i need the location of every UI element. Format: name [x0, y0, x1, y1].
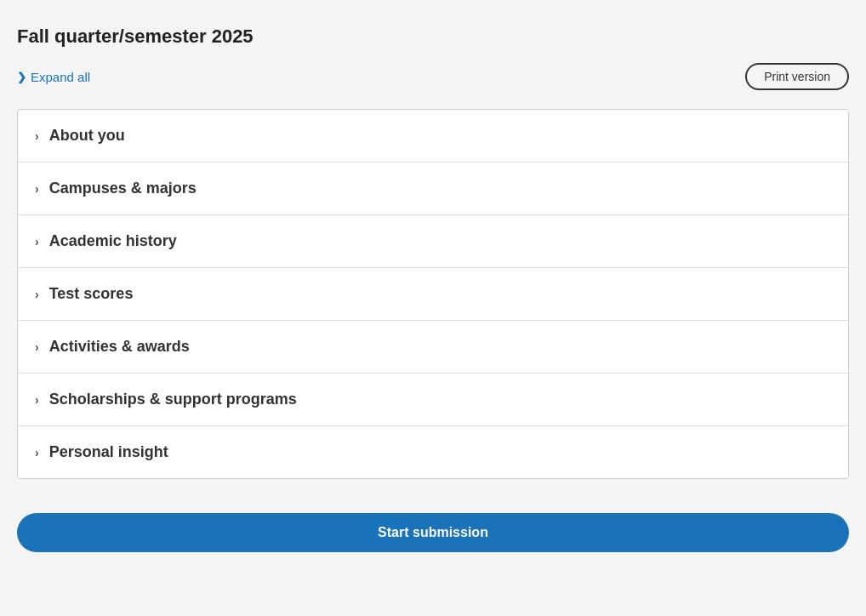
section-item-personal-insight[interactable]: ›Personal insight: [18, 426, 848, 478]
expand-all-button[interactable]: ❯ Expand all: [17, 70, 90, 84]
section-chevron-icon: ›: [35, 129, 39, 143]
section-chevron-icon: ›: [35, 340, 39, 354]
sections-container: ›About you›Campuses & majors›Academic hi…: [17, 109, 849, 479]
expand-all-label: Expand all: [31, 70, 90, 84]
section-item-about-you[interactable]: ›About you: [18, 110, 848, 163]
section-item-campuses-majors[interactable]: ›Campuses & majors: [18, 163, 848, 215]
print-version-button[interactable]: Print version: [745, 63, 849, 90]
section-label: Test scores: [49, 285, 134, 303]
chevron-right-icon: ❯: [17, 71, 26, 83]
section-item-scholarships-support[interactable]: ›Scholarships & support programs: [18, 374, 848, 426]
start-submission-button[interactable]: Start submission: [17, 513, 849, 552]
section-chevron-icon: ›: [35, 393, 39, 407]
section-label: Campuses & majors: [49, 180, 197, 197]
section-chevron-icon: ›: [35, 182, 39, 196]
toolbar: ❯ Expand all Print version: [17, 63, 849, 90]
section-label: Academic history: [49, 232, 177, 250]
section-label: About you: [49, 127, 125, 145]
section-item-academic-history[interactable]: ›Academic history: [18, 215, 848, 268]
section-chevron-icon: ›: [35, 235, 39, 248]
section-label: Scholarships & support programs: [49, 391, 297, 408]
section-label: Activities & awards: [49, 338, 190, 356]
section-chevron-icon: ›: [35, 446, 39, 459]
section-label: Personal insight: [49, 443, 168, 461]
page-title: Fall quarter/semester 2025: [17, 26, 849, 48]
section-chevron-icon: ›: [35, 288, 39, 301]
section-item-test-scores[interactable]: ›Test scores: [18, 268, 848, 321]
section-item-activities-awards[interactable]: ›Activities & awards: [18, 321, 848, 374]
